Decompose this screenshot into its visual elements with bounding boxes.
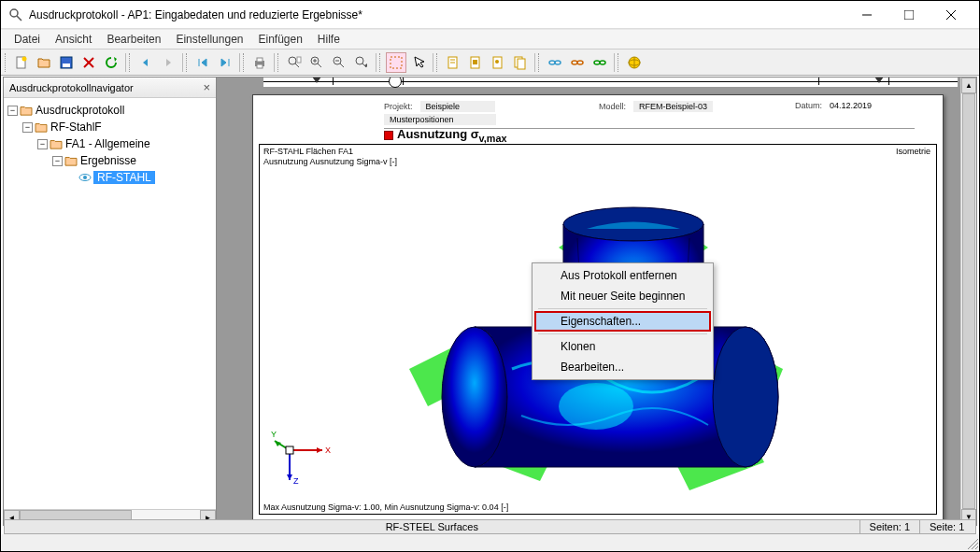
svg-point-42: [600, 61, 605, 64]
ctx-separator: [538, 333, 707, 334]
scroll-up-icon[interactable]: ▲: [961, 78, 976, 93]
modell-value: RFEM-Beispiel-03: [633, 101, 713, 112]
navigator-close-icon[interactable]: ×: [203, 80, 210, 94]
last-icon[interactable]: [215, 52, 235, 73]
delete-icon[interactable]: [78, 52, 99, 73]
svg-rect-59: [286, 446, 293, 454]
scroll-thumb[interactable]: [962, 93, 975, 509]
tree-toggle[interactable]: −: [37, 139, 48, 149]
svg-point-25: [356, 57, 363, 64]
svg-text:X: X: [325, 446, 331, 455]
navigator-panel: Ausdruckprotokollnavigator × − Ausdruckp…: [4, 78, 217, 525]
navigator-title: Ausdruckprotokollnavigator: [9, 82, 134, 93]
section-marker-icon: [384, 131, 393, 140]
ctx-clone[interactable]: Klonen: [534, 336, 711, 357]
tree-node-label[interactable]: FA1 - Allgemeine: [65, 137, 150, 150]
folder-icon: [20, 105, 33, 116]
svg-text:Z: Z: [293, 476, 299, 486]
refresh-icon[interactable]: [101, 52, 121, 73]
tree-toggle[interactable]: −: [52, 156, 63, 166]
svg-line-1: [17, 16, 21, 21]
maximize-button[interactable]: [888, 1, 930, 28]
menu-einstellungen[interactable]: Einstellungen: [168, 31, 250, 48]
tree-node-label[interactable]: Ergebnisse: [80, 154, 136, 167]
ctx-remove[interactable]: Aus Protokoll entfernen: [534, 265, 711, 286]
svg-point-38: [555, 61, 561, 64]
app-icon: [8, 7, 23, 22]
zoom-out-icon[interactable]: [329, 52, 349, 73]
document-vscrollbar[interactable]: ▲ ▼: [960, 78, 976, 525]
pointer-icon[interactable]: [408, 52, 429, 73]
open-icon[interactable]: [34, 52, 54, 73]
svg-point-49: [713, 327, 778, 467]
zoom-page-icon[interactable]: [284, 52, 305, 73]
menu-ansicht[interactable]: Ansicht: [48, 31, 99, 48]
select-mode-icon[interactable]: [386, 52, 406, 73]
tree-root-label[interactable]: Ausdruckprotokoll: [36, 104, 124, 117]
folder-icon: [64, 155, 78, 166]
svg-rect-9: [63, 64, 70, 67]
svg-rect-17: [297, 57, 301, 63]
ctx-separator: [538, 308, 707, 309]
svg-rect-3: [904, 10, 914, 20]
link3-icon[interactable]: [589, 52, 610, 73]
ctx-edit[interactable]: Bearbeiten...: [534, 357, 711, 377]
tree-toggle[interactable]: −: [7, 106, 18, 116]
status-page: Seite: 1: [919, 520, 975, 533]
datum-label: Datum:: [795, 101, 822, 110]
doc4-icon[interactable]: [510, 52, 531, 73]
graphic-label-2: Ausnutzung Ausnutzung Sigma-v [-]: [263, 157, 397, 166]
doc2-icon[interactable]: [465, 52, 486, 73]
datum-value: 04.12.2019: [830, 101, 872, 110]
window-title: Ausdruckprotokoll - AP1: Eingabedaten un…: [29, 8, 845, 21]
menu-datei[interactable]: Datei: [7, 31, 48, 48]
svg-point-15: [289, 57, 296, 64]
graphic-title: Ausnutzung σv,max: [397, 127, 507, 144]
modell-label: Modell:: [599, 102, 626, 111]
svg-point-7: [22, 56, 27, 61]
graphic-label-1: RF-STAHL Flächen FA1: [263, 147, 353, 156]
ctx-new-page[interactable]: Mit neuer Seite beginnen: [534, 286, 711, 306]
link1-icon[interactable]: [545, 52, 565, 73]
eye-icon: [78, 171, 92, 184]
print-icon[interactable]: [249, 52, 270, 73]
svg-line-16: [295, 64, 299, 67]
svg-point-0: [10, 9, 18, 17]
tree-toggle[interactable]: −: [22, 122, 33, 133]
projekt-value: Beispiele: [420, 101, 495, 112]
svg-rect-36: [518, 59, 525, 69]
svg-point-37: [549, 61, 555, 64]
resize-grip-icon[interactable]: [964, 535, 979, 550]
nav-prev-icon[interactable]: [135, 52, 156, 73]
svg-rect-32: [473, 60, 477, 64]
ruler[interactable]: [263, 78, 958, 87]
new-icon[interactable]: [11, 52, 32, 73]
lang-icon[interactable]: [624, 52, 645, 73]
ctx-properties[interactable]: Eigenschaften...: [534, 311, 711, 332]
zoom-level-icon[interactable]: [351, 52, 372, 73]
svg-point-50: [559, 383, 633, 430]
toolbar: [1, 50, 979, 76]
svg-text:Y: Y: [271, 430, 277, 439]
projekt-label: Projekt:: [384, 102, 413, 111]
svg-rect-13: [257, 58, 263, 62]
doc3-icon[interactable]: [488, 52, 508, 73]
menu-einfuegen[interactable]: Einfügen: [250, 31, 309, 48]
save-icon[interactable]: [56, 52, 77, 73]
minimize-button[interactable]: [845, 1, 888, 28]
tree-leaf-selected[interactable]: RF-STAHL: [93, 171, 155, 184]
nav-next-icon[interactable]: [158, 52, 178, 73]
doc1-icon[interactable]: [443, 52, 463, 73]
link2-icon[interactable]: [567, 52, 588, 73]
menu-bearbeiten[interactable]: Bearbeiten: [99, 31, 168, 48]
close-button[interactable]: [930, 1, 972, 28]
folder-icon: [50, 138, 63, 149]
tree-node-label[interactable]: RF-StahlF: [50, 120, 102, 134]
svg-rect-14: [257, 64, 263, 68]
navigator-tree[interactable]: − Ausdruckprotokoll − RF-StahlF − FA1 - …: [4, 98, 216, 509]
status-pages: Seiten: 1: [859, 520, 919, 533]
menu-hilfe[interactable]: Hilfe: [310, 31, 348, 48]
first-icon[interactable]: [192, 52, 213, 73]
svg-line-19: [318, 64, 321, 67]
zoom-in-icon[interactable]: [306, 52, 327, 73]
